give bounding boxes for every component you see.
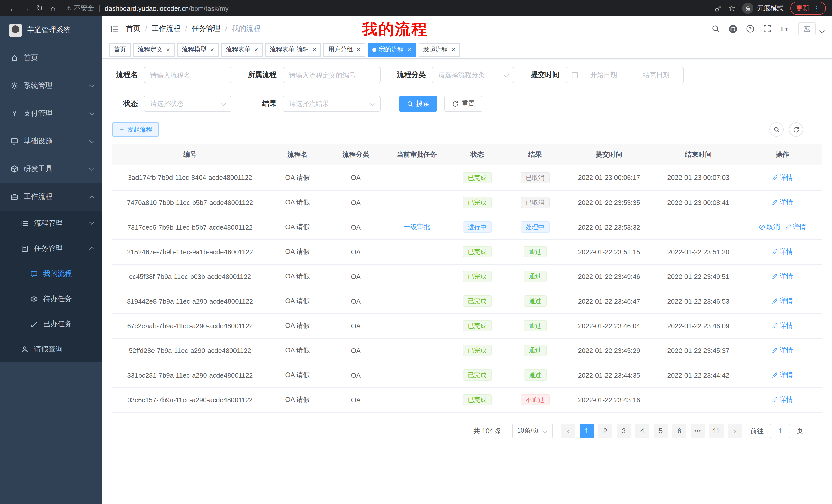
breadcrumb-workflow[interactable]: 工作流程 bbox=[152, 24, 181, 33]
tab-close-icon[interactable]: × bbox=[407, 46, 411, 53]
result-select[interactable]: 请选择流结果 bbox=[283, 95, 381, 112]
chevron-down-icon bbox=[504, 72, 509, 77]
op-label: 详情 bbox=[780, 173, 793, 183]
prev-page-button[interactable]: ‹ bbox=[561, 424, 575, 438]
category-select[interactable]: 请选择流程分类 bbox=[432, 67, 514, 83]
page-button-5[interactable]: 5 bbox=[654, 424, 668, 438]
detail-link[interactable]: 详情 bbox=[772, 198, 793, 207]
help-icon[interactable]: ? bbox=[746, 25, 754, 33]
github-icon[interactable] bbox=[729, 24, 737, 33]
sidebar-item-devtools[interactable]: 研发工具 bbox=[0, 155, 102, 183]
chrome-home-icon[interactable]: ⌂ bbox=[46, 4, 60, 12]
tab-close-icon[interactable]: × bbox=[210, 46, 214, 53]
detail-link[interactable]: 详情 bbox=[772, 297, 793, 306]
sidebar-item-system[interactable]: 系统管理 bbox=[0, 72, 102, 100]
tab-close-icon[interactable]: × bbox=[451, 46, 455, 53]
sidebar-item-infrastructure[interactable]: 基础设施 bbox=[0, 128, 102, 155]
tab-0[interactable]: 首页 bbox=[109, 43, 131, 56]
detail-link[interactable]: 详情 bbox=[772, 247, 793, 256]
key-icon[interactable] bbox=[714, 4, 722, 12]
font-size-icon[interactable]: TT bbox=[780, 25, 789, 33]
detail-link[interactable]: 详情 bbox=[772, 321, 793, 330]
detail-link[interactable]: 详情 bbox=[772, 272, 793, 281]
tab-1[interactable]: 流程定义× bbox=[133, 43, 175, 56]
cancel-link[interactable]: 取消 bbox=[759, 222, 780, 232]
incognito-badge: 无痕模式 bbox=[742, 3, 784, 14]
page-size-value: 10条/页 bbox=[517, 426, 539, 435]
page-button-11[interactable]: 11 bbox=[709, 424, 724, 438]
sidebar-item-payment[interactable]: ¥ 支付管理 bbox=[0, 100, 102, 128]
toggle-search-button[interactable] bbox=[769, 122, 784, 137]
plus-icon: ＋ bbox=[119, 125, 125, 134]
start-process-button[interactable]: ＋ 发起流程 bbox=[112, 122, 159, 137]
tab-3[interactable]: 流程表单× bbox=[221, 43, 262, 56]
detail-link[interactable]: 详情 bbox=[772, 395, 793, 404]
avatar[interactable] bbox=[798, 22, 815, 35]
breadcrumb-home[interactable]: 首页 bbox=[126, 24, 140, 33]
result-badge: 处理中 bbox=[521, 221, 549, 233]
tab-4[interactable]: 流程表单-编辑× bbox=[265, 43, 321, 56]
fullscreen-icon[interactable] bbox=[763, 25, 771, 33]
tab-5[interactable]: 用户分组× bbox=[324, 43, 365, 56]
search-button[interactable]: 搜索 bbox=[399, 95, 437, 112]
page-ellipsis[interactable]: ••• bbox=[691, 424, 705, 438]
process-category: OA bbox=[351, 223, 361, 231]
sidebar-item-leave-query[interactable]: 请假查询 bbox=[0, 337, 102, 362]
filter-category: 流程分类 请选择流程分类 bbox=[392, 67, 514, 83]
kebab-menu-icon[interactable]: ⋮ bbox=[813, 4, 820, 12]
security-label: 不安全 bbox=[74, 4, 94, 13]
result-badge: 通过 bbox=[524, 296, 546, 307]
tab-close-icon[interactable]: × bbox=[166, 46, 170, 53]
reload-icon[interactable]: ↻ bbox=[33, 4, 46, 13]
page-button-3[interactable]: 3 bbox=[617, 424, 631, 438]
chevron-down-icon bbox=[221, 101, 226, 106]
breadcrumb-task-management[interactable]: 任务管理 bbox=[192, 24, 220, 33]
process-category: OA bbox=[351, 396, 361, 403]
reset-button[interactable]: 重置 bbox=[445, 95, 483, 112]
process-name-input[interactable] bbox=[144, 67, 231, 83]
submit-time-range-picker[interactable]: 开始日期 - 结束日期 bbox=[566, 67, 684, 83]
sidebar-item-my-process[interactable]: 我的流程 bbox=[0, 261, 102, 286]
parent-process-input[interactable] bbox=[283, 67, 381, 83]
url-path: /bpm/task/my bbox=[189, 4, 229, 12]
page-button-6[interactable]: 6 bbox=[672, 424, 686, 438]
avatar-caret-icon[interactable] bbox=[820, 28, 825, 33]
refresh-button[interactable] bbox=[789, 122, 803, 137]
status-select[interactable]: 请选择状态 bbox=[144, 95, 231, 112]
sidebar-item-done-tasks[interactable]: 已办任务 bbox=[0, 311, 102, 337]
tab-close-icon[interactable]: × bbox=[313, 46, 316, 53]
update-label: 更新 bbox=[796, 4, 809, 13]
goto-page-input[interactable] bbox=[770, 424, 790, 438]
hamburger-icon[interactable] bbox=[110, 24, 119, 33]
sidebar-item-process-management[interactable]: 流程管理 bbox=[0, 211, 102, 236]
detail-link[interactable]: 详情 bbox=[785, 222, 806, 232]
header-search-icon[interactable] bbox=[712, 25, 720, 33]
page-size-select[interactable]: 10条/页 bbox=[512, 424, 553, 438]
submit-time: 2022-01-22 23:53:32 bbox=[578, 223, 640, 231]
next-page-button[interactable]: › bbox=[728, 424, 742, 438]
tab-close-icon[interactable]: × bbox=[254, 46, 258, 53]
tab-close-icon[interactable]: × bbox=[357, 46, 361, 53]
current-task[interactable]: 一级审批 bbox=[404, 223, 430, 231]
page-button-2[interactable]: 2 bbox=[598, 424, 613, 438]
process-category: OA bbox=[351, 297, 361, 305]
detail-link[interactable]: 详情 bbox=[772, 173, 793, 183]
back-icon[interactable]: ← bbox=[6, 4, 20, 12]
tab-6[interactable]: 我的流程× bbox=[368, 43, 416, 56]
detail-link[interactable]: 详情 bbox=[772, 370, 793, 380]
page-button-4[interactable]: 4 bbox=[635, 424, 649, 438]
detail-link[interactable]: 详情 bbox=[772, 346, 793, 355]
tab-7[interactable]: 发起流程× bbox=[418, 43, 460, 56]
page-button-1[interactable]: 1 bbox=[579, 424, 594, 438]
sidebar-item-home[interactable]: 首页 bbox=[0, 44, 102, 72]
sidebar-item-task-management[interactable]: 任务管理 bbox=[0, 236, 102, 261]
sidebar-item-workflow[interactable]: 工作流程 bbox=[0, 183, 102, 211]
address-bar[interactable]: ⚠ 不安全 dashboard.yudao.iocoder.cn/bpm/tas… bbox=[66, 4, 714, 13]
logo[interactable]: 芋道管理系统 bbox=[0, 17, 102, 44]
filter-status: 状态 请选择状态 bbox=[112, 95, 231, 112]
bookmark-star-icon[interactable]: ☆ bbox=[728, 4, 735, 13]
forward-icon[interactable]: → bbox=[20, 4, 33, 12]
update-button[interactable]: 更新 ⋮ bbox=[790, 2, 826, 15]
sidebar-item-todo-tasks[interactable]: 待办任务 bbox=[0, 286, 102, 311]
tab-2[interactable]: 流程模型× bbox=[177, 43, 218, 56]
